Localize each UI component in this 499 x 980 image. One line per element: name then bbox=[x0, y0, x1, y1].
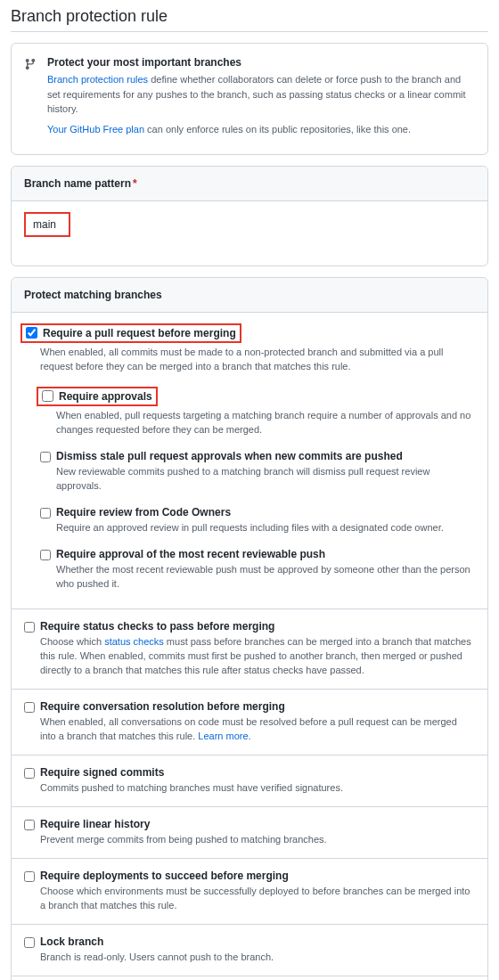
required-star-icon: * bbox=[133, 177, 137, 190]
rule-last-push: Require approval of the most recent revi… bbox=[40, 543, 475, 599]
rule-no-bypass: Do not allow bypassing the above setting… bbox=[12, 976, 487, 980]
github-free-plan-link[interactable]: Your GitHub Free plan bbox=[47, 124, 144, 135]
status-checks-label: Require status checks to pass before mer… bbox=[40, 620, 274, 633]
branch-pattern-input[interactable] bbox=[26, 214, 69, 235]
rule-dismiss-stale: Dismiss stale pull request approvals whe… bbox=[40, 445, 475, 501]
rule-deployments: Require deployments to succeed before me… bbox=[12, 858, 487, 924]
signed-desc: Commits pushed to matching branches must… bbox=[24, 781, 475, 796]
linear-checkbox[interactable] bbox=[24, 820, 35, 830]
dismiss-stale-label: Dismiss stale pull request approvals whe… bbox=[56, 450, 403, 462]
rule-signed: Require signed commits Commits pushed to… bbox=[12, 755, 487, 806]
protect-matching-panel: Protect matching branches Require a pull… bbox=[11, 277, 488, 980]
lock-desc: Branch is read-only. Users cannot push t… bbox=[24, 951, 475, 965]
require-pr-checkbox[interactable] bbox=[26, 327, 37, 339]
page-title: Branch protection rule bbox=[11, 7, 488, 32]
last-push-checkbox[interactable] bbox=[40, 550, 51, 560]
dismiss-stale-checkbox[interactable] bbox=[40, 452, 51, 462]
signed-label: Require signed commits bbox=[40, 766, 164, 779]
protect-info-title: Protect your most important branches bbox=[47, 56, 475, 69]
last-push-label: Require approval of the most recent revi… bbox=[56, 548, 325, 560]
rule-linear: Require linear history Prevent merge com… bbox=[12, 806, 487, 858]
linear-label: Require linear history bbox=[40, 818, 150, 830]
require-pr-desc: When enabled, all commits must be made t… bbox=[24, 346, 475, 374]
require-approvals-desc: When enabled, pull requests targeting a … bbox=[40, 409, 475, 437]
dismiss-stale-desc: New reviewable commits pushed to a match… bbox=[40, 465, 475, 494]
conversation-checkbox[interactable] bbox=[24, 702, 35, 713]
rule-status-checks: Require status checks to pass before mer… bbox=[12, 608, 487, 689]
status-checks-desc: Choose which status checks must pass bef… bbox=[24, 635, 475, 678]
linear-desc: Prevent merge commits from being pushed … bbox=[24, 833, 475, 847]
protect-matching-header: Protect matching branches bbox=[12, 278, 487, 313]
rule-conversation: Require conversation resolution before m… bbox=[12, 689, 487, 755]
require-pr-label: Require a pull request before merging bbox=[43, 327, 236, 339]
status-checks-link[interactable]: status checks bbox=[104, 636, 164, 647]
branch-pattern-panel: Branch name pattern* bbox=[11, 166, 488, 266]
branch-pattern-header: Branch name pattern* bbox=[12, 167, 487, 201]
protect-info-panel: Protect your most important branches Bra… bbox=[11, 43, 488, 155]
rule-code-owners: Require review from Code Owners Require … bbox=[40, 501, 475, 543]
lock-checkbox[interactable] bbox=[24, 937, 35, 948]
protect-info-desc-2: Your GitHub Free plan can only enforce r… bbox=[47, 122, 475, 137]
rule-require-approvals: Require approvals When enabled, pull req… bbox=[40, 381, 475, 445]
lock-label: Lock branch bbox=[40, 935, 103, 948]
branch-pattern-input-bg bbox=[24, 232, 475, 255]
status-checks-checkbox[interactable] bbox=[24, 622, 35, 633]
deployments-label: Require deployments to succeed before me… bbox=[40, 870, 289, 882]
git-branch-icon bbox=[24, 58, 37, 73]
rule-lock: Lock branch Branch is read-only. Users c… bbox=[12, 924, 487, 976]
code-owners-desc: Require an approved review in pull reque… bbox=[40, 521, 475, 535]
conversation-desc: When enabled, all conversations on code … bbox=[24, 715, 475, 744]
deployments-desc: Choose which environments must be succes… bbox=[24, 885, 475, 913]
require-approvals-label: Require approvals bbox=[59, 390, 152, 403]
last-push-desc: Whether the most recent reviewable push … bbox=[40, 563, 475, 592]
conversation-learn-more-link[interactable]: Learn more. bbox=[198, 731, 250, 741]
conversation-label: Require conversation resolution before m… bbox=[40, 700, 285, 713]
branch-protection-rules-link[interactable]: Branch protection rules bbox=[47, 74, 148, 85]
signed-checkbox[interactable] bbox=[24, 768, 35, 779]
code-owners-checkbox[interactable] bbox=[40, 508, 51, 519]
code-owners-label: Require review from Code Owners bbox=[56, 506, 231, 519]
require-approvals-checkbox[interactable] bbox=[42, 390, 53, 402]
deployments-checkbox[interactable] bbox=[24, 871, 35, 882]
rule-require-pr: Require a pull request before merging Wh… bbox=[12, 313, 487, 608]
protect-info-desc-1: Branch protection rules define whether c… bbox=[47, 72, 475, 117]
